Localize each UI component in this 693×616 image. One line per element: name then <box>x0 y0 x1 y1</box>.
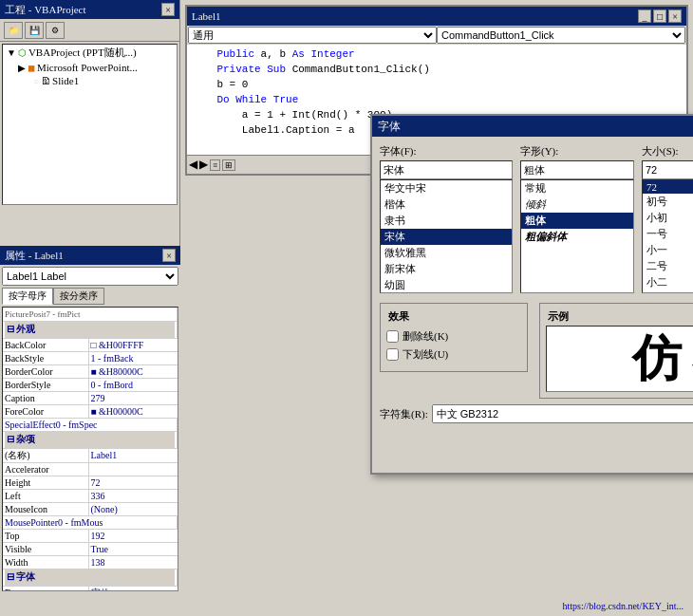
prop-mousepointer[interactable]: MousePointer0 - fmMous <box>3 515 178 529</box>
prop-font[interactable]: Font 宋体 ... <box>3 586 178 591</box>
vbaproject-close-btn[interactable]: × <box>161 3 175 16</box>
font-item-huawen[interactable]: 华文中宋 <box>381 180 512 196</box>
prop-visible[interactable]: VisibleTrue <box>3 542 178 555</box>
size-xiaoyi[interactable]: 小一 <box>643 242 693 258</box>
code-proc-selector[interactable]: CommandButton1_Click <box>437 27 685 44</box>
keyword-as: As <box>292 48 305 60</box>
prop-borderstyle[interactable]: BorderStyle0 - fmBord <box>3 378 178 391</box>
preview-container: 示例 仿 状 <box>539 299 693 399</box>
font-size-input[interactable] <box>642 160 693 179</box>
prop-top[interactable]: Top192 <box>3 529 178 542</box>
font-size-list[interactable]: 72 初号 小初 一号 小一 二号 小二 <box>642 179 693 293</box>
font-section-icon: ⊟ <box>7 571 14 582</box>
keyword-true: True <box>273 94 298 105</box>
keyword-public: Public <box>216 48 254 60</box>
toolbar-btn-2[interactable]: 💾 <box>25 22 44 39</box>
properties-panel: 属性 - Label1 × Label1 Label 按字母序 按分类序 Pic… <box>0 246 180 616</box>
font-dialog: 字体 × 字体(F): 华文中宋 楷体 隶书 宋体 微软雅黑 <box>370 114 693 475</box>
vbaproject-title: 工程 - VBAProject <box>5 3 86 17</box>
font-name-input[interactable] <box>380 160 513 179</box>
style-bold[interactable]: 粗体 <box>521 213 633 229</box>
prop-specialeffect[interactable]: SpecialEffect0 - fmSpec <box>3 418 178 431</box>
prop-backstyle[interactable]: BackStyle1 - fmBack <box>3 351 178 364</box>
size-erhao[interactable]: 二号 <box>643 258 693 274</box>
font-dialog-title: 字体 <box>378 119 401 135</box>
font-style-list[interactable]: 常规 倾斜 粗体 粗偏斜体 <box>520 179 634 293</box>
code-maximize-btn[interactable]: □ <box>653 9 666 23</box>
preview-content: 仿 状 <box>546 326 693 392</box>
underline-label: 下划线(U) <box>403 347 448 362</box>
props-object-dropdown[interactable]: Label1 Label <box>2 267 178 286</box>
props-title: 属性 - Label1 <box>5 249 64 263</box>
style-italic[interactable]: 倾斜 <box>521 196 633 213</box>
tab-categorized[interactable]: 按分类序 <box>53 288 104 305</box>
props-titlebar: 属性 - Label1 × <box>0 246 180 265</box>
misc-label: 杂项 <box>16 433 35 446</box>
prop-accelerator[interactable]: Accelerator <box>3 462 178 476</box>
preview-title: 示例 <box>546 309 571 324</box>
code-line-1: Public a, b As Integer <box>192 47 682 62</box>
font-name-list[interactable]: 华文中宋 楷体 隶书 宋体 微软雅黑 新宋体 幼圆 <box>380 179 513 293</box>
size-xiaochu[interactable]: 小初 <box>643 210 693 226</box>
prop-backcolor[interactable]: BackColor□ &H00FFFF <box>3 338 178 351</box>
font-item-youyuan[interactable]: 幼圆 <box>381 277 512 293</box>
tree-slide1[interactable]: ○ 🖻 Slide1 <box>3 74 177 87</box>
tree-ppt-expand: ▶ <box>18 63 26 73</box>
code-minimize-btn[interactable]: _ <box>638 9 651 23</box>
code-close-btn[interactable]: × <box>668 9 682 23</box>
size-chuhao[interactable]: 初号 <box>643 194 693 210</box>
section-misc: ⊟杂项 <box>3 431 178 448</box>
prop-caption[interactable]: Caption279 <box>3 391 178 404</box>
toolbar-btn-3[interactable]: ⚙ <box>46 22 65 39</box>
left-panel: 工程 - VBAProject × 📁 💾 ⚙ ▼ ⬡ VBAProject (… <box>0 0 180 616</box>
code-title-text: Label1 <box>192 10 221 22</box>
toolbar-btn-1[interactable]: 📁 <box>4 22 23 39</box>
prop-mouseicon[interactable]: MouseIcon(None) <box>3 502 178 515</box>
strikethrough-checkbox[interactable] <box>386 330 399 343</box>
prop-width[interactable]: Width138 <box>3 555 178 569</box>
underline-checkbox[interactable] <box>386 348 399 361</box>
font-item-lishu[interactable]: 隶书 <box>381 213 512 229</box>
effects-title: 效果 <box>386 309 411 324</box>
tree-ppt[interactable]: ▶ ◼ Microsoft PowerPoint... <box>3 61 177 74</box>
font-item-msyahei[interactable]: 微软雅黑 <box>381 245 512 261</box>
font-inputs-row: 字体(F): 华文中宋 楷体 隶书 宋体 微软雅黑 新宋体 幼圆 <box>380 144 693 293</box>
effects-container: 效果 删除线(K) 下划线(U) <box>380 299 532 372</box>
tab-alphabetic[interactable]: 按字母序 <box>2 288 53 305</box>
font-size-col: 大小(S): 72 初号 小初 一号 小一 二号 小二 <box>642 144 693 293</box>
project-tree: ▼ ⬡ VBAProject (PPT随机...) ▶ ◼ Microsoft … <box>2 44 178 205</box>
tree-root-label: VBAProject (PPT随机...) <box>28 46 137 60</box>
props-table: PicturePosit7 - fmPict ⊟外观 BackColor□ &H… <box>2 307 178 591</box>
code-object-selector[interactable]: 通用 <box>188 27 437 44</box>
style-regular[interactable]: 常规 <box>521 180 633 196</box>
font-style-input[interactable] <box>520 160 634 179</box>
font-item-newsong[interactable]: 新宋体 <box>381 261 512 277</box>
tree-root-icon: ▼ <box>7 47 16 58</box>
effects-group: 效果 删除线(K) 下划线(U) <box>380 303 528 372</box>
style-bold-italic[interactable]: 粗偏斜体 <box>521 229 633 245</box>
size-xiaoer[interactable]: 小二 <box>643 274 693 290</box>
code-view-toggle[interactable]: ≡ <box>210 159 220 171</box>
prop-height[interactable]: Height72 <box>3 476 178 489</box>
size-yihao[interactable]: 一号 <box>643 226 693 242</box>
font-style-label: 字形(Y): <box>520 144 634 159</box>
code-scroll-right[interactable]: ▶ <box>199 158 208 172</box>
prop-name[interactable]: (名称)Label1 <box>3 448 178 462</box>
code-scroll-left[interactable]: ◀ <box>189 158 197 172</box>
charset-row: 字符集(R): 中文 GB2312 <box>380 404 693 423</box>
font-item-songti[interactable]: 宋体 <box>381 229 512 245</box>
tree-root[interactable]: ▼ ⬡ VBAProject (PPT随机...) <box>3 45 177 61</box>
strikethrough-label: 删除线(K) <box>403 329 448 344</box>
props-close-btn[interactable]: × <box>162 249 176 262</box>
prop-left[interactable]: Left336 <box>3 489 178 502</box>
code-view-icon[interactable]: ⊞ <box>222 159 235 171</box>
font-item-kaiti[interactable]: 楷体 <box>381 196 512 213</box>
prop-forecolor[interactable]: ForeColor■ &H00000C <box>3 404 178 418</box>
size-72[interactable]: 72 <box>643 180 693 194</box>
strikethrough-row: 删除线(K) <box>386 329 521 344</box>
preview-group: 示例 仿 状 <box>539 303 693 399</box>
keyword-integer: Integer <box>310 48 354 60</box>
prop-bordercolor[interactable]: BorderColor■ &H80000C <box>3 364 178 378</box>
charset-select[interactable]: 中文 GB2312 <box>432 404 693 423</box>
code-title-bar: Label1 _ □ × <box>187 7 686 26</box>
